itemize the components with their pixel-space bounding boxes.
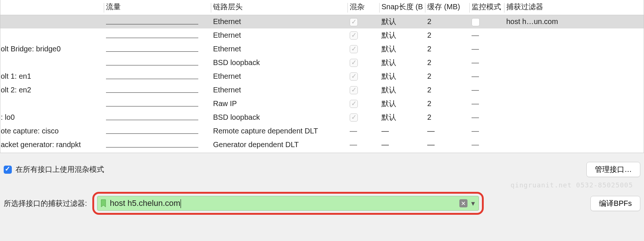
cell-monitor: — bbox=[469, 56, 504, 69]
monitor-dash: — bbox=[472, 113, 479, 121]
col-header-traffic[interactable]: 流量 bbox=[104, 0, 211, 15]
cell-linklayer: Raw IP bbox=[211, 97, 347, 111]
text-caret bbox=[181, 199, 181, 208]
cell-snaplen: — bbox=[379, 124, 425, 138]
cell-promisc bbox=[347, 83, 379, 97]
table-row[interactable]: ote capture: ciscoRemote capture depende… bbox=[0, 124, 644, 138]
cell-snaplen: 默认 bbox=[379, 69, 425, 83]
monitor-dash: — bbox=[472, 58, 479, 67]
table-row[interactable]: : lo0BSD loopback默认2— bbox=[0, 111, 644, 124]
table-row[interactable]: olt 2: en2Ethernet默认2— bbox=[0, 83, 644, 97]
cell-snaplen: 默认 bbox=[379, 28, 425, 42]
promisc-checkbox[interactable] bbox=[350, 100, 358, 108]
cell-buffer: — bbox=[425, 138, 469, 152]
cell-linklayer: Ethernet bbox=[211, 28, 347, 42]
table-row[interactable]: Ethernet默认2host h…un.com bbox=[0, 15, 644, 28]
traffic-sparkline bbox=[106, 51, 198, 52]
promisc-checkbox[interactable] bbox=[350, 18, 358, 26]
cell-traffic bbox=[104, 42, 211, 56]
col-header-linklayer[interactable]: 链路层头 bbox=[211, 0, 347, 15]
monitor-dash: — bbox=[472, 140, 479, 149]
traffic-sparkline bbox=[106, 79, 198, 79]
cell-buffer: 2 bbox=[425, 69, 469, 83]
cell-filter bbox=[504, 97, 644, 111]
col-header-filter[interactable]: 捕获过滤器 bbox=[504, 0, 644, 15]
cell-linklayer: Ethernet bbox=[211, 69, 347, 83]
clear-filter-button[interactable]: ✕ bbox=[459, 199, 467, 207]
promisc-checkbox[interactable] bbox=[350, 59, 358, 67]
promisc-checkbox[interactable] bbox=[350, 72, 358, 81]
table-row[interactable]: olt Bridge: bridge0Ethernet默认2— bbox=[0, 42, 644, 56]
traffic-sparkline bbox=[106, 65, 198, 65]
cell-filter: host h…un.com bbox=[504, 15, 644, 28]
cell-linklayer: BSD loopback bbox=[211, 56, 347, 69]
cell-interface: ote capture: cisco bbox=[0, 124, 104, 138]
monitor-checkbox[interactable] bbox=[472, 18, 480, 26]
cell-promisc bbox=[347, 15, 379, 28]
cell-filter bbox=[504, 83, 644, 97]
cell-snaplen: 默认 bbox=[379, 83, 425, 97]
traffic-sparkline bbox=[106, 133, 198, 134]
cell-buffer: 2 bbox=[425, 42, 469, 56]
cell-snaplen: — bbox=[379, 138, 425, 152]
col-header-monitor[interactable]: 监控模式 bbox=[469, 0, 504, 15]
cell-linklayer: Remote capture dependent DLT bbox=[211, 124, 347, 138]
cell-interface bbox=[0, 28, 104, 42]
interfaces-table: 流量 链路层头 混杂 Snap长度 (B 缓存 (MB) 监控模式 捕获过滤器 … bbox=[0, 0, 644, 152]
promisc-dash: — bbox=[350, 140, 357, 149]
table-row[interactable]: olt 1: en1Ethernet默认2— bbox=[0, 69, 644, 83]
col-header-promisc[interactable]: 混杂 bbox=[347, 0, 379, 15]
traffic-sparkline bbox=[106, 38, 198, 38]
cell-linklayer: Ethernet bbox=[211, 83, 347, 97]
cell-traffic bbox=[104, 15, 211, 28]
cell-interface bbox=[0, 56, 104, 69]
monitor-dash: — bbox=[472, 127, 479, 135]
capture-filter-value: host h5.chelun.com bbox=[109, 198, 459, 208]
capture-filter-label: 所选择接口的捕获过滤器: bbox=[4, 198, 87, 208]
manage-interfaces-button[interactable]: 管理接口… bbox=[586, 162, 640, 177]
capture-filter-input[interactable]: host h5.chelun.com ✕ ▾ bbox=[97, 196, 479, 211]
promisc-checkbox[interactable] bbox=[350, 86, 358, 94]
cell-monitor: — bbox=[469, 111, 504, 124]
cell-traffic bbox=[104, 97, 211, 111]
monitor-dash: — bbox=[472, 31, 479, 39]
cell-linklayer: BSD loopback bbox=[211, 111, 347, 124]
filter-dropdown-arrow[interactable]: ▾ bbox=[470, 200, 476, 207]
cell-monitor: — bbox=[469, 28, 504, 42]
traffic-sparkline bbox=[106, 106, 198, 106]
cell-buffer: 2 bbox=[425, 15, 469, 28]
promisc-all-label[interactable]: 在所有接口上使用混杂模式 bbox=[4, 164, 104, 174]
table-row[interactable]: acket generator: randpktGenerator depend… bbox=[0, 138, 644, 152]
cell-promisc bbox=[347, 69, 379, 83]
table-header-row: 流量 链路层头 混杂 Snap长度 (B 缓存 (MB) 监控模式 捕获过滤器 bbox=[0, 0, 644, 15]
cell-buffer: 2 bbox=[425, 28, 469, 42]
cell-linklayer: Generator dependent DLT bbox=[211, 138, 347, 152]
cell-interface: acket generator: randpkt bbox=[0, 138, 104, 152]
col-header-buffer[interactable]: 缓存 (MB) bbox=[425, 0, 469, 15]
table-row[interactable]: BSD loopback默认2— bbox=[0, 56, 644, 69]
promisc-checkbox[interactable] bbox=[350, 113, 358, 122]
cell-interface: olt 1: en1 bbox=[0, 69, 104, 83]
cell-monitor: — bbox=[469, 138, 504, 152]
cell-promisc bbox=[347, 42, 379, 56]
col-header-snaplen[interactable]: Snap长度 (B bbox=[379, 0, 425, 15]
cell-linklayer: Ethernet bbox=[211, 42, 347, 56]
table-row[interactable]: Ethernet默认2— bbox=[0, 28, 644, 42]
cell-buffer: 2 bbox=[425, 97, 469, 111]
promisc-checkbox[interactable] bbox=[350, 45, 358, 53]
cell-interface bbox=[0, 97, 104, 111]
cell-snaplen: 默认 bbox=[379, 97, 425, 111]
cell-traffic bbox=[104, 56, 211, 69]
traffic-sparkline bbox=[106, 147, 198, 147]
table-row[interactable]: Raw IP默认2— bbox=[0, 97, 644, 111]
cell-monitor: — bbox=[469, 124, 504, 138]
promisc-checkbox[interactable] bbox=[350, 31, 358, 40]
col-header-interface[interactable] bbox=[0, 0, 104, 15]
cell-filter bbox=[504, 111, 644, 124]
cell-filter bbox=[504, 42, 644, 56]
traffic-sparkline bbox=[106, 24, 198, 24]
promisc-all-checkbox[interactable] bbox=[4, 166, 12, 174]
monitor-dash: — bbox=[472, 72, 479, 80]
compile-bpf-button[interactable]: 编译BPFs bbox=[590, 196, 640, 211]
bookmark-icon[interactable] bbox=[100, 199, 106, 207]
